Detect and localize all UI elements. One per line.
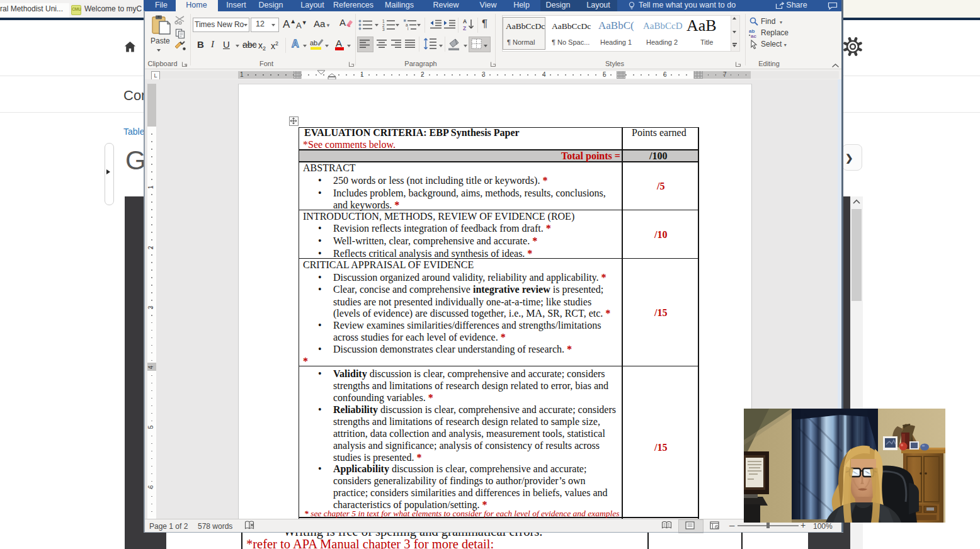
svg-text:ab: ab (310, 39, 317, 47)
svg-text:A: A (339, 17, 346, 28)
svg-text:Z: Z (463, 25, 466, 31)
svg-text:i: i (407, 26, 408, 31)
svg-text:A: A (463, 18, 467, 25)
svg-text:3: 3 (382, 27, 385, 31)
svg-text:ac: ac (751, 33, 756, 38)
